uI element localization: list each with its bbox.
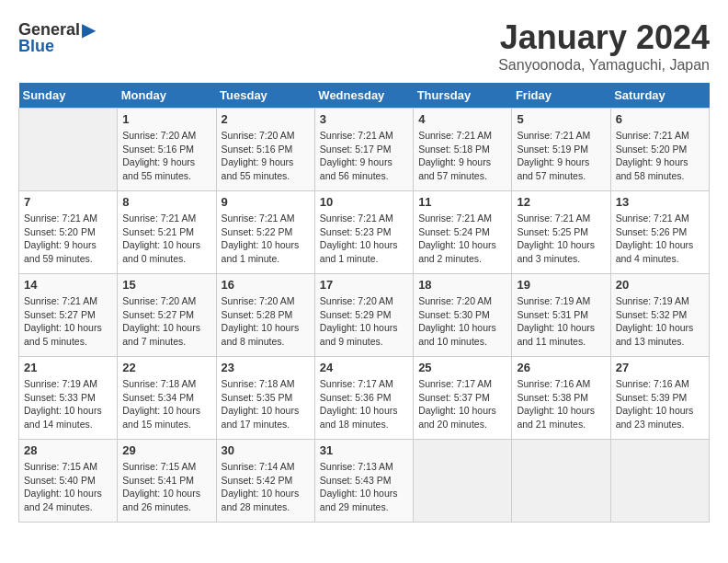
calendar-cell: 25Sunrise: 7:17 AM Sunset: 5:37 PM Dayli…: [414, 357, 512, 440]
weekday-header-tuesday: Tuesday: [216, 83, 314, 109]
day-number: 4: [418, 112, 506, 126]
calendar-cell: [19, 109, 118, 191]
day-info: Sunrise: 7:21 AM Sunset: 5:27 PM Dayligh…: [24, 294, 112, 349]
calendar-cell: 8Sunrise: 7:21 AM Sunset: 5:21 PM Daylig…: [118, 191, 216, 274]
weekday-header-wednesday: Wednesday: [314, 83, 413, 109]
day-number: 26: [517, 361, 605, 374]
logo-blue: Blue: [18, 37, 54, 56]
day-number: 23: [222, 361, 310, 374]
day-info: Sunrise: 7:14 AM Sunset: 5:42 PM Dayligh…: [222, 460, 310, 514]
calendar-cell: 24Sunrise: 7:17 AM Sunset: 5:36 PM Dayli…: [314, 357, 413, 440]
day-number: 17: [320, 278, 408, 292]
day-info: Sunrise: 7:19 AM Sunset: 5:33 PM Dayligh…: [24, 377, 112, 431]
day-number: 7: [24, 195, 112, 209]
day-number: 3: [320, 112, 408, 126]
calendar-cell: 29Sunrise: 7:15 AM Sunset: 5:41 PM Dayli…: [118, 440, 216, 523]
calendar-cell: 1Sunrise: 7:20 AM Sunset: 5:16 PM Daylig…: [118, 109, 216, 191]
day-number: 5: [517, 112, 605, 126]
calendar-cell: 10Sunrise: 7:21 AM Sunset: 5:23 PM Dayli…: [314, 191, 413, 274]
calendar-week-4: 21Sunrise: 7:19 AM Sunset: 5:33 PM Dayli…: [19, 357, 710, 440]
day-number: 31: [320, 443, 408, 457]
day-number: 6: [616, 112, 704, 126]
day-info: Sunrise: 7:21 AM Sunset: 5:18 PM Dayligh…: [418, 129, 506, 183]
day-number: 29: [122, 443, 210, 457]
weekday-header-monday: Monday: [118, 83, 216, 109]
calendar-cell: 6Sunrise: 7:21 AM Sunset: 5:20 PM Daylig…: [610, 109, 709, 191]
day-info: Sunrise: 7:21 AM Sunset: 5:21 PM Dayligh…: [122, 212, 210, 266]
day-info: Sunrise: 7:20 AM Sunset: 5:29 PM Dayligh…: [320, 294, 408, 349]
day-info: Sunrise: 7:17 AM Sunset: 5:36 PM Dayligh…: [320, 377, 408, 431]
calendar-cell: 15Sunrise: 7:20 AM Sunset: 5:27 PM Dayli…: [118, 274, 216, 357]
day-info: Sunrise: 7:20 AM Sunset: 5:30 PM Dayligh…: [418, 294, 506, 349]
calendar-cell: 20Sunrise: 7:19 AM Sunset: 5:32 PM Dayli…: [610, 274, 709, 357]
day-info: Sunrise: 7:20 AM Sunset: 5:16 PM Dayligh…: [122, 129, 210, 183]
calendar-cell: 19Sunrise: 7:19 AM Sunset: 5:31 PM Dayli…: [512, 274, 610, 357]
day-number: 11: [418, 195, 506, 209]
day-number: 18: [418, 278, 506, 292]
title-block: January 2024 Sanyoonoda, Yamaguchi, Japa…: [498, 18, 710, 74]
calendar-week-1: 1Sunrise: 7:20 AM Sunset: 5:16 PM Daylig…: [19, 109, 710, 191]
calendar-cell: [414, 440, 512, 523]
day-number: 25: [418, 361, 506, 374]
day-number: 1: [122, 112, 210, 126]
weekday-header-saturday: Saturday: [610, 83, 709, 109]
calendar-cell: 14Sunrise: 7:21 AM Sunset: 5:27 PM Dayli…: [19, 274, 118, 357]
day-number: 21: [24, 361, 112, 374]
day-number: 24: [320, 361, 408, 374]
calendar-cell: 2Sunrise: 7:20 AM Sunset: 5:16 PM Daylig…: [216, 109, 314, 191]
weekday-header-thursday: Thursday: [414, 83, 512, 109]
day-info: Sunrise: 7:21 AM Sunset: 5:23 PM Dayligh…: [320, 212, 408, 266]
location-subtitle: Sanyoonoda, Yamaguchi, Japan: [498, 57, 710, 74]
day-info: Sunrise: 7:13 AM Sunset: 5:43 PM Dayligh…: [320, 460, 408, 514]
calendar-table: SundayMondayTuesdayWednesdayThursdayFrid…: [18, 83, 710, 523]
weekday-header-sunday: Sunday: [19, 83, 118, 109]
day-info: Sunrise: 7:17 AM Sunset: 5:37 PM Dayligh…: [418, 377, 506, 431]
calendar-week-2: 7Sunrise: 7:21 AM Sunset: 5:20 PM Daylig…: [19, 191, 710, 274]
weekday-header-friday: Friday: [512, 83, 610, 109]
calendar-cell: 26Sunrise: 7:16 AM Sunset: 5:38 PM Dayli…: [512, 357, 610, 440]
calendar-cell: 13Sunrise: 7:21 AM Sunset: 5:26 PM Dayli…: [610, 191, 709, 274]
calendar-cell: 11Sunrise: 7:21 AM Sunset: 5:24 PM Dayli…: [414, 191, 512, 274]
day-number: 8: [122, 195, 210, 209]
day-info: Sunrise: 7:15 AM Sunset: 5:40 PM Dayligh…: [24, 460, 112, 514]
day-info: Sunrise: 7:21 AM Sunset: 5:25 PM Dayligh…: [517, 212, 605, 266]
calendar-cell: 3Sunrise: 7:21 AM Sunset: 5:17 PM Daylig…: [314, 109, 413, 191]
day-number: 16: [222, 278, 310, 292]
calendar-cell: 9Sunrise: 7:21 AM Sunset: 5:22 PM Daylig…: [216, 191, 314, 274]
day-info: Sunrise: 7:20 AM Sunset: 5:28 PM Dayligh…: [222, 294, 310, 349]
calendar-cell: 23Sunrise: 7:18 AM Sunset: 5:35 PM Dayli…: [216, 357, 314, 440]
calendar-cell: 31Sunrise: 7:13 AM Sunset: 5:43 PM Dayli…: [314, 440, 413, 523]
logo-bird-icon: ▶: [82, 18, 96, 40]
day-number: 28: [24, 443, 112, 457]
calendar-cell: 4Sunrise: 7:21 AM Sunset: 5:18 PM Daylig…: [414, 109, 512, 191]
day-info: Sunrise: 7:21 AM Sunset: 5:20 PM Dayligh…: [616, 129, 704, 183]
day-info: Sunrise: 7:18 AM Sunset: 5:35 PM Dayligh…: [222, 377, 310, 431]
day-number: 10: [320, 195, 408, 209]
calendar-cell: [512, 440, 610, 523]
calendar-cell: 27Sunrise: 7:16 AM Sunset: 5:39 PM Dayli…: [610, 357, 709, 440]
day-number: 27: [616, 361, 704, 374]
day-info: Sunrise: 7:18 AM Sunset: 5:34 PM Dayligh…: [122, 377, 210, 431]
day-info: Sunrise: 7:15 AM Sunset: 5:41 PM Dayligh…: [122, 460, 210, 514]
day-number: 12: [517, 195, 605, 209]
day-number: 15: [122, 278, 210, 292]
day-info: Sunrise: 7:21 AM Sunset: 5:22 PM Dayligh…: [222, 212, 310, 266]
calendar-cell: 21Sunrise: 7:19 AM Sunset: 5:33 PM Dayli…: [19, 357, 118, 440]
calendar-cell: 17Sunrise: 7:20 AM Sunset: 5:29 PM Dayli…: [314, 274, 413, 357]
day-number: 9: [222, 195, 310, 209]
calendar-cell: 16Sunrise: 7:20 AM Sunset: 5:28 PM Dayli…: [216, 274, 314, 357]
day-info: Sunrise: 7:19 AM Sunset: 5:31 PM Dayligh…: [517, 294, 605, 349]
calendar-cell: 7Sunrise: 7:21 AM Sunset: 5:20 PM Daylig…: [19, 191, 118, 274]
day-number: 30: [222, 443, 310, 457]
day-info: Sunrise: 7:21 AM Sunset: 5:26 PM Dayligh…: [616, 212, 704, 266]
month-title: January 2024: [498, 18, 710, 57]
calendar-cell: 18Sunrise: 7:20 AM Sunset: 5:30 PM Dayli…: [414, 274, 512, 357]
calendar-cell: 12Sunrise: 7:21 AM Sunset: 5:25 PM Dayli…: [512, 191, 610, 274]
day-info: Sunrise: 7:21 AM Sunset: 5:20 PM Dayligh…: [24, 212, 112, 266]
day-info: Sunrise: 7:19 AM Sunset: 5:32 PM Dayligh…: [616, 294, 704, 349]
day-number: 2: [222, 112, 310, 126]
page-header: General ▶ Blue January 2024 Sanyoonoda, …: [18, 18, 710, 74]
calendar-week-5: 28Sunrise: 7:15 AM Sunset: 5:40 PM Dayli…: [19, 440, 710, 523]
day-info: Sunrise: 7:21 AM Sunset: 5:24 PM Dayligh…: [418, 212, 506, 266]
logo: General ▶ Blue: [18, 18, 96, 56]
